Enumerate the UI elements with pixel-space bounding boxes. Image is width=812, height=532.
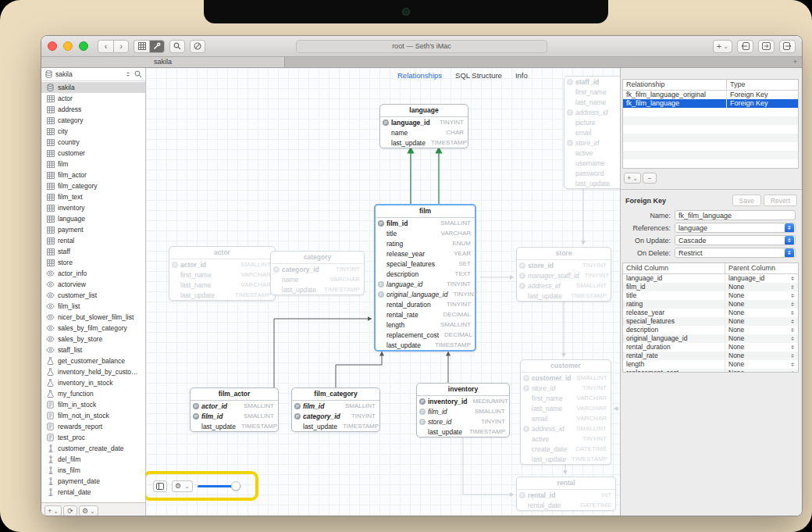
column-map-row-rental-duration[interactable]: rental_durationNone [623,343,798,352]
column-header-relationship[interactable]: Relationship [623,80,727,90]
column-map-row-description[interactable]: descriptionNone [623,326,798,334]
sidebar-item-actor-info[interactable]: actor_info [41,268,145,279]
er-diagram-canvas[interactable]: RelationshipsSQL StructureInfo languageP… [146,68,620,516]
tab-sakila[interactable]: sakila [41,57,285,67]
sidebar-item-address[interactable]: address [41,104,145,115]
add-item-button[interactable]: +⌄ [713,40,732,53]
column-map-row-rating[interactable]: ratingNone [623,300,798,309]
column-map-row-release-year[interactable]: release_yearNone [623,309,798,317]
sidebar-item-film-actor[interactable]: film_actor [41,170,145,180]
tab-relationships[interactable]: Relationships [397,71,442,80]
sidebar-item-inventory[interactable]: inventory [41,202,145,213]
slider-knob[interactable] [231,481,240,491]
refresh-button[interactable]: ⟳ [63,505,77,516]
sidebar-item-rental-date[interactable]: rental_date [41,487,145,498]
back-button[interactable]: ‹ [98,40,113,53]
er-table-rental[interactable]: rentalPrental_idINTrental_dateDATETIME [516,477,616,511]
sidebar-item-city[interactable]: city [41,126,145,137]
minimize-window-button[interactable] [63,41,73,51]
sidebar-item-category[interactable]: category [41,115,145,126]
sidebar-item-inventory-held-by-custo-[interactable]: inventory_held_by_custo… [41,366,145,377]
sidebar-item-film-text[interactable]: film_text [41,191,145,202]
sidebar-item-customer-create-date[interactable]: customer_create_date [41,443,145,454]
sidebar-item-language[interactable]: language [41,213,145,224]
column-map-row-rental-rate[interactable]: rental_rateNone [623,352,798,360]
er-table-language[interactable]: languagePlanguage_idTINYINTnameCHARlast_… [379,104,468,148]
er-table-film_actor[interactable]: film_actorPactor_idSMALLINTPfilm_idSMALL… [190,387,279,432]
sidebar-item-sales-by-store[interactable]: sales_by_store [41,334,145,345]
remove-relationship-button[interactable]: − [643,173,657,184]
search-icon[interactable] [134,70,142,78]
sidebar-item-sakila[interactable]: sakila [41,82,145,93]
close-window-button[interactable] [48,41,57,51]
toggle-right-panel-button[interactable] [779,40,796,53]
tab-info[interactable]: Info [515,71,528,80]
sidebar-item-actorview[interactable]: actorview [41,279,145,290]
sidebar-item-staff[interactable]: staff [41,246,145,257]
er-table-staff[interactable]: Pstaff_idfirst_namelast_nameFaddress_idS… [564,76,620,189]
add-relationship-button[interactable]: +⌄ [624,173,641,184]
sidebar-item-film-not-in-stock[interactable]: film_not_in_stock [41,410,145,421]
save-button[interactable]: Save [732,195,761,206]
foreign-key-name-input[interactable]: fk_film_language [675,210,796,220]
references--select[interactable]: language [675,223,796,233]
relationship-row-fk-film-language-original[interactable]: fk_film_language_originalForeign Key [623,91,798,99]
column-header-parent[interactable]: Parent Column [725,263,798,273]
column-map-row-title[interactable]: titleNone [623,291,798,300]
er-table-store[interactable]: storePstore_idTINYINTFmanager_staff_idTI… [516,247,611,302]
sidebar-item-store[interactable]: store [41,257,145,268]
on-delete--select[interactable]: Restrict [675,248,796,258]
sidebar-item-get-customer-balance[interactable]: get_customer_balance [41,355,145,366]
sidebar-item-sales-by-film-category[interactable]: sales_by_film_category [41,323,145,334]
sidebar-item-payment[interactable]: payment [41,224,145,235]
column-map-row-special-features[interactable]: special_featuresNone [623,317,798,326]
sidebar-item-nicer-but-slower-film-list[interactable]: nicer_but_slower_film_list [41,312,145,323]
column-header-type[interactable]: Type [727,80,798,90]
sidebar-item-customer[interactable]: customer [41,148,145,159]
sidebar-item-test-proc[interactable]: test_proc [41,432,145,443]
er-table-inventory[interactable]: inventoryPinventory_idMEDIUMINTFfilm_idS… [416,383,510,437]
sidebar-item-film-category[interactable]: film_category [41,180,145,191]
tab-sql-structure[interactable]: SQL Structure [455,71,502,80]
zoom-slider[interactable] [198,481,241,491]
sidebar-item-actor[interactable]: actor [41,93,145,104]
sidebar-item-rewards-report[interactable]: rewards_report [41,421,145,432]
revert-button[interactable]: Revert [764,195,797,206]
database-scope-selector[interactable]: sakila [41,68,145,81]
column-map-row-original-language-id[interactable]: original_language_idNone [623,334,798,343]
add-object-button[interactable]: +⌄ [45,505,62,516]
relationship-row-fk-film-language[interactable]: fk_film_languageForeign Key [623,99,798,108]
sidebar-item-payment-date[interactable]: payment_date [41,476,145,487]
forward-button[interactable]: › [113,40,129,53]
er-table-film[interactable]: filmPfilm_idSMALLINTtitleVARCHARratingEN… [374,204,476,352]
sidebar-item-ins-film[interactable]: ins_film [41,465,145,476]
er-table-film_category[interactable]: film_categoryPfilm_idSMALLINTPcategory_i… [291,387,380,432]
actions-button[interactable]: ⚙⌄ [79,505,98,516]
sidebar-item-rental[interactable]: rental [41,235,145,246]
sidebar-item-film[interactable]: film [41,159,145,170]
sidebar-item-film-list[interactable]: film_list [41,301,145,312]
column-map-row-length[interactable]: lengthNone [623,360,798,369]
toggle-sidebar-button[interactable] [153,480,167,492]
toggle-content-panel-button[interactable] [758,40,775,53]
diagram-options-button[interactable]: ⚙⌄ [172,480,193,492]
console-button[interactable] [190,40,205,53]
column-map-row-language-id[interactable]: language_idlanguage_id [623,274,798,283]
zoom-window-button[interactable] [79,41,88,51]
sidebar-item-inventory-in-stock[interactable]: inventory_in_stock [41,377,145,388]
er-table-customer[interactable]: customerPcustomer_idSMALLINTFstore_idTIN… [520,359,611,465]
content-view-button[interactable] [134,40,149,53]
column-map-row-film-id[interactable]: film_idNone [623,283,798,291]
sidebar-item-staff-list[interactable]: staff_list [41,345,145,355]
sidebar-item-country[interactable]: country [41,137,145,148]
sidebar-item-my-function[interactable]: my_function [41,388,145,399]
er-table-actor[interactable]: actorPactor_idSMALLINTfirst_nameVARCHARl… [169,246,276,301]
structure-view-button[interactable] [149,40,165,53]
column-map-row-replacement-cost[interactable]: replacement_costNone [623,369,798,373]
new-tab-button[interactable]: + [793,57,797,67]
toggle-left-panel-button[interactable] [737,40,753,53]
sidebar-item-film-in-stock[interactable]: film_in_stock [41,399,145,410]
sidebar-item-del-film[interactable]: del_film [41,454,145,465]
er-table-category[interactable]: categoryPcategory_idTINYINTnameVARCHARla… [270,251,365,295]
column-header-child[interactable]: Child Column [623,263,725,273]
